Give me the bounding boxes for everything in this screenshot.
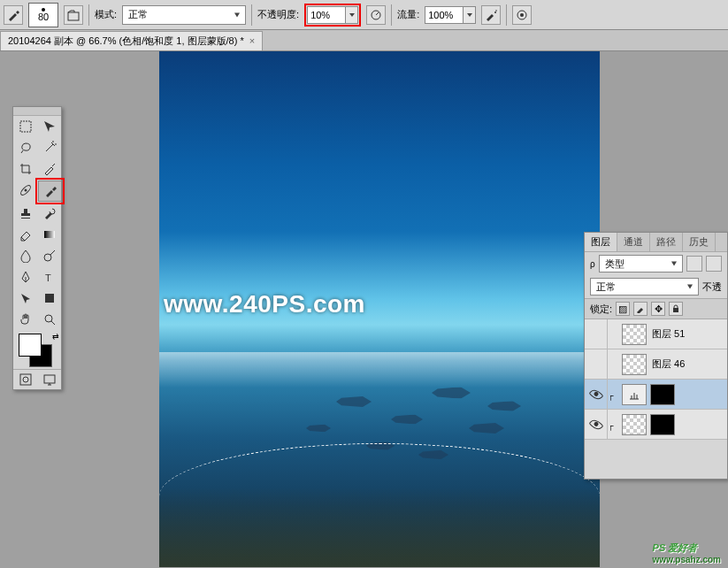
- wand-icon: [42, 141, 57, 155]
- opacity-pressure-toggle[interactable]: [366, 5, 386, 25]
- document-tab-bar: 20104264 副本 @ 66.7% (色相/饱和度 1, 图层蒙版/8) *…: [0, 30, 728, 51]
- opacity-highlight: 10%: [304, 4, 361, 27]
- layer-thumb[interactable]: [650, 414, 675, 435]
- lock-transparency[interactable]: ▨: [616, 302, 630, 316]
- brush-preset-picker[interactable]: 80: [28, 3, 58, 27]
- magic-wand-tool[interactable]: [37, 137, 61, 158]
- layer-name[interactable]: 图层 51: [648, 327, 685, 341]
- adjustment-icon: [628, 388, 640, 401]
- spot-heal-tool[interactable]: [13, 180, 37, 201]
- visibility-toggle[interactable]: [585, 319, 608, 349]
- blur-tool[interactable]: [13, 245, 37, 266]
- link-col: ┌: [608, 389, 620, 400]
- fish-graphic: [306, 425, 331, 432]
- layer-row[interactable]: 图层 51: [585, 319, 727, 349]
- svg-point-13: [45, 315, 52, 322]
- divider: [251, 4, 252, 26]
- layer-opacity-label: 不透: [702, 280, 722, 294]
- path-select-tool[interactable]: [13, 288, 37, 309]
- foreground-color[interactable]: [19, 334, 42, 357]
- brush-panel-toggle[interactable]: [64, 5, 83, 25]
- layer-thumb[interactable]: [622, 384, 647, 405]
- crop-icon: [19, 162, 33, 176]
- shape-tool[interactable]: [37, 288, 61, 309]
- opacity-input[interactable]: 10%: [307, 6, 346, 24]
- dodge-tool[interactable]: [37, 245, 61, 266]
- panel-tab-2[interactable]: 路径: [650, 233, 683, 251]
- toolbox-grip[interactable]: [13, 107, 61, 116]
- eraser-tool[interactable]: [13, 224, 37, 245]
- layer-row[interactable]: ┌: [585, 380, 727, 410]
- layer-filter-select[interactable]: 类型: [599, 255, 683, 272]
- airbrush-toggle[interactable]: [481, 5, 501, 25]
- visibility-toggle[interactable]: [585, 410, 608, 439]
- panel-tabs: 图层通道路径历史: [585, 233, 727, 252]
- svg-rect-6: [20, 121, 31, 132]
- layer-thumb[interactable]: [650, 384, 675, 405]
- flow-dropdown[interactable]: [464, 6, 476, 24]
- type-tool[interactable]: T: [37, 266, 61, 288]
- brush-icon: [6, 8, 20, 22]
- canvas-watermark: www.240PS.com: [164, 290, 365, 319]
- visibility-toggle[interactable]: [585, 380, 608, 409]
- layer-row[interactable]: ┌: [585, 410, 727, 440]
- document-tab[interactable]: 20104264 副本 @ 66.7% (色相/饱和度 1, 图层蒙版/8) *…: [0, 31, 263, 50]
- lock-position[interactable]: ✥: [651, 302, 665, 316]
- hand-icon: [19, 312, 33, 326]
- quickmask-toggle[interactable]: [13, 370, 37, 389]
- marquee-selection: [159, 443, 600, 549]
- layer-row[interactable]: 图层 46: [585, 349, 727, 380]
- gradient-tool[interactable]: [37, 224, 61, 245]
- layer-list: 图层 51图层 46┌┌: [585, 319, 727, 479]
- close-icon[interactable]: ×: [249, 35, 255, 46]
- panel-tab-1[interactable]: 通道: [617, 233, 650, 251]
- fish-graphic: [487, 401, 521, 411]
- flow-input[interactable]: 100%: [425, 6, 464, 24]
- lock-all[interactable]: [669, 302, 683, 316]
- mode-label: 模式:: [95, 8, 117, 21]
- tool-preset-picker[interactable]: [4, 5, 23, 25]
- svg-point-8: [24, 189, 27, 192]
- opacity-label: 不透明度:: [257, 8, 299, 21]
- layer-thumb[interactable]: [622, 324, 647, 345]
- stamp-icon: [19, 206, 33, 220]
- screenmode-toggle[interactable]: [37, 370, 61, 389]
- layer-thumb[interactable]: [622, 414, 647, 435]
- panel-tab-0[interactable]: 图层: [585, 233, 617, 251]
- svg-rect-9: [44, 231, 55, 238]
- gradient-icon: [42, 227, 57, 242]
- filter-adjust[interactable]: [706, 256, 722, 272]
- tablet-icon: [515, 8, 529, 22]
- layer-thumb[interactable]: [622, 354, 647, 375]
- lock-pixels[interactable]: [633, 302, 648, 316]
- opacity-dropdown[interactable]: [346, 6, 358, 24]
- tool-highlight: [35, 178, 65, 204]
- crop-tool[interactable]: [13, 158, 37, 180]
- fish-graphic: [469, 423, 504, 434]
- blend-mode-select[interactable]: 正常: [122, 5, 246, 25]
- filter-pixel[interactable]: [686, 256, 702, 272]
- move-tool[interactable]: [37, 116, 61, 137]
- brush-icon: [43, 184, 57, 198]
- zoom-tool[interactable]: [37, 309, 61, 330]
- airbrush-icon: [484, 8, 498, 22]
- history-brush-tool[interactable]: [37, 203, 61, 224]
- brush-tool[interactable]: [38, 180, 62, 202]
- visibility-toggle[interactable]: [585, 349, 608, 379]
- eyedropper-tool[interactable]: [37, 158, 61, 180]
- layer-blend-select[interactable]: 正常: [590, 278, 699, 296]
- clone-stamp-tool[interactable]: [13, 203, 37, 224]
- eye-icon: [588, 387, 603, 402]
- tablet-pressure-toggle[interactable]: [512, 5, 532, 25]
- pen-tool[interactable]: [13, 266, 37, 288]
- marquee-tool[interactable]: [13, 116, 37, 137]
- lasso-tool[interactable]: [13, 137, 37, 158]
- swap-colors-icon[interactable]: ⇄: [52, 332, 59, 341]
- link-col: ┌: [608, 419, 620, 430]
- kind-label: 类型: [605, 257, 625, 271]
- hand-tool[interactable]: [13, 309, 37, 330]
- document-canvas[interactable]: www.240PS.com: [159, 51, 600, 567]
- pen-icon: [19, 270, 33, 284]
- layer-name[interactable]: 图层 46: [648, 357, 685, 371]
- panel-tab-3[interactable]: 历史: [683, 233, 716, 251]
